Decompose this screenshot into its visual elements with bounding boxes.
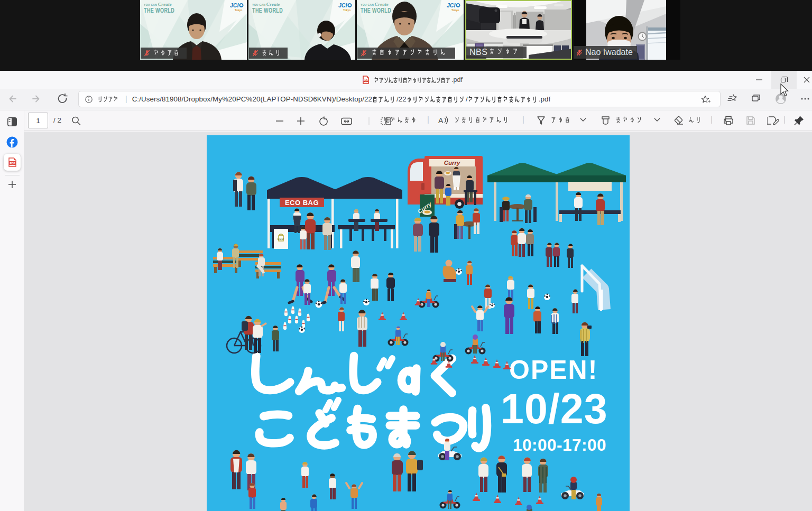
- svg-text:OPEN!: OPEN!: [509, 355, 598, 385]
- svg-text:ECO BAG: ECO BAG: [285, 199, 319, 207]
- svg-text:10/23: 10/23: [501, 385, 608, 432]
- svg-text:Curry: Curry: [444, 160, 460, 166]
- svg-text:PDF: PDF: [10, 162, 15, 165]
- svg-text:10:00-17:00: 10:00-17:00: [513, 435, 606, 454]
- svg-text:A: A: [438, 116, 444, 125]
- svg-text:PDF: PDF: [363, 79, 368, 82]
- svg-text:ECO: ECO: [278, 237, 284, 240]
